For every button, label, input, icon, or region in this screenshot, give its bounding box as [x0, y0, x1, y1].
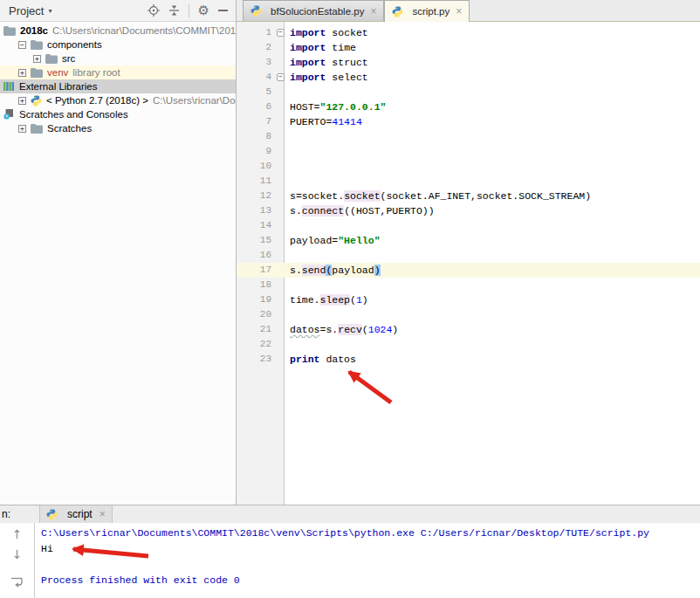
tree-item-label: components	[47, 39, 102, 50]
code-line-9[interactable]: 9	[237, 144, 700, 159]
expand-toggler-icon[interactable]: +	[18, 69, 26, 77]
tree-item-src[interactable]: +src	[0, 52, 236, 65]
tree-item-python-2-7-2018c[interactable]: +< Python 2.7 (2018c) >C:\Users\ricnar\D…	[0, 93, 236, 107]
code-token: payload=	[290, 235, 338, 246]
tree-item-external-libraries[interactable]: External Libraries	[0, 79, 236, 93]
code-line-21[interactable]: 21datos=s.recv(1024)	[237, 322, 700, 337]
tree-item-suffix: library root	[72, 67, 120, 78]
code-token-kw: import	[290, 42, 326, 53]
folder-icon	[31, 40, 43, 50]
expand-toggler-icon[interactable]: +	[33, 55, 41, 63]
folder-icon	[31, 68, 43, 78]
code-line-5[interactable]: 5	[237, 85, 700, 100]
code-token: time	[326, 42, 356, 53]
code-line-10[interactable]: 10	[237, 159, 700, 174]
down-stacktrace-icon[interactable]: ↓	[12, 548, 23, 560]
code-token: payload	[332, 265, 374, 276]
tree-item-scratches[interactable]: +Scratches	[0, 121, 236, 135]
tree-item-components[interactable]: −components	[0, 38, 236, 52]
code-line-23[interactable]: 23print datos	[237, 352, 700, 367]
code-text: print datos	[290, 352, 700, 367]
code-text: s.send(payload)	[290, 263, 700, 278]
code-token-str: "127.0.0.1"	[320, 101, 387, 113]
line-number: 19	[237, 292, 271, 307]
code-token-call: socket	[344, 190, 380, 202]
code-token: select	[326, 72, 367, 83]
up-stacktrace-icon[interactable]: ↑	[12, 528, 23, 540]
code-line-2[interactable]: 2import time	[237, 40, 700, 55]
run-window-label: n:	[2, 508, 10, 520]
collapse-toggler-icon[interactable]: −	[18, 41, 26, 49]
code-text: import select	[290, 70, 700, 85]
code-text: import time	[290, 40, 700, 55]
toolbar-separator	[189, 4, 189, 17]
project-view-selector[interactable]: Project ▾	[9, 4, 51, 17]
code-line-12[interactable]: 12s=socket.socket(socket.AF_INET,socket.…	[237, 189, 700, 203]
gear-icon[interactable]: ⚙	[198, 4, 209, 17]
code-line-11[interactable]: 11	[237, 174, 700, 189]
editor-tab-script-py[interactable]: script.py×	[384, 0, 470, 22]
code-line-6[interactable]: 6HOST="127.0.0.1"	[237, 100, 700, 114]
tree-item-scratches-and-consoles[interactable]: Scratches and Consoles	[0, 107, 236, 121]
tree-item-venv[interactable]: +venvlibrary root	[0, 65, 236, 79]
editor-tab-bfsolucionestable-py[interactable]: bfSolucionEstable.py×	[243, 0, 384, 21]
editor-area: bfSolucionEstable.py×script.py× 1−import…	[237, 0, 700, 505]
code-token: (socket.AF_INET,socket.SOCK_STREAM)	[381, 190, 592, 202]
line-number: 5	[237, 85, 271, 100]
line-number: 20	[237, 307, 271, 322]
tree-item-suffix: C:\Users\ricnar\Docume	[153, 95, 236, 106]
soft-wrap-icon[interactable]	[10, 576, 24, 589]
tree-item-label: < Python 2.7 (2018c) >	[46, 95, 148, 106]
code-token: =s.	[320, 324, 339, 335]
fold-marker-icon[interactable]: −	[277, 29, 285, 37]
tree-item-label: src	[62, 53, 75, 64]
code-line-13[interactable]: 13s.connect((HOST,PUERTO))	[237, 203, 700, 218]
code-token-num: 41414	[332, 116, 362, 127]
code-line-19[interactable]: 19time.sleep(1)	[237, 292, 700, 307]
locate-icon[interactable]	[148, 4, 160, 17]
code-token: struct	[326, 57, 367, 68]
line-number: 9	[237, 144, 271, 159]
project-title: Project	[9, 4, 44, 17]
code-line-4[interactable]: 4−import select	[237, 70, 700, 85]
fold-marker-icon[interactable]: −	[277, 73, 285, 81]
collapse-all-icon[interactable]	[168, 4, 180, 17]
python-icon	[250, 5, 262, 17]
code-token: time.	[290, 294, 320, 306]
line-number: 22	[237, 337, 271, 352]
console-output[interactable]: C:\Users\ricnar\Documents\COMMIT\2018c\v…	[35, 523, 700, 598]
code-line-7[interactable]: 7PUERTO=41414	[237, 114, 700, 129]
code-text: import struct	[290, 55, 700, 70]
code-token: HOST=	[290, 101, 320, 113]
code-line-14[interactable]: 14	[237, 218, 700, 233]
code-token: s.	[290, 265, 302, 276]
code-line-17[interactable]: 17s.send(payload)	[237, 263, 700, 278]
line-number: 7	[237, 114, 271, 129]
code-line-22[interactable]: 22	[237, 337, 700, 352]
code-line-3[interactable]: 3import struct	[237, 55, 700, 70]
code-line-15[interactable]: 15payload="Hello"	[237, 233, 700, 248]
code-editor[interactable]: 1−import socket2import time3import struc…	[237, 22, 700, 505]
code-text: s.connect((HOST,PUERTO))	[290, 203, 700, 218]
line-number: 15	[237, 233, 271, 248]
code-line-8[interactable]: 8	[237, 129, 700, 144]
code-line-1[interactable]: 1−import socket	[237, 25, 700, 40]
console-tab-script[interactable]: script ×	[39, 505, 113, 523]
tree-item-2018c[interactable]: 2018cC:\Users\ricnar\Documents\COMMIT\20…	[0, 24, 236, 38]
close-icon[interactable]: ×	[456, 6, 462, 17]
expand-toggler-icon[interactable]: +	[18, 125, 26, 133]
libraries-icon	[3, 81, 15, 92]
console-tab-label: script	[67, 508, 93, 520]
tree-item-label: venv	[47, 67, 68, 78]
line-number: 3	[237, 55, 271, 70]
code-line-20[interactable]: 20	[237, 307, 700, 322]
code-line-18[interactable]: 18	[237, 278, 700, 292]
code-token: )	[392, 324, 398, 335]
expand-toggler-icon[interactable]: +	[18, 97, 26, 105]
close-icon[interactable]: ×	[370, 6, 376, 17]
hide-panel-icon[interactable]	[218, 10, 228, 11]
line-number: 12	[237, 189, 271, 203]
code-line-16[interactable]: 16	[237, 248, 700, 263]
close-icon[interactable]: ×	[100, 509, 106, 519]
code-token-brace: )	[374, 265, 381, 276]
